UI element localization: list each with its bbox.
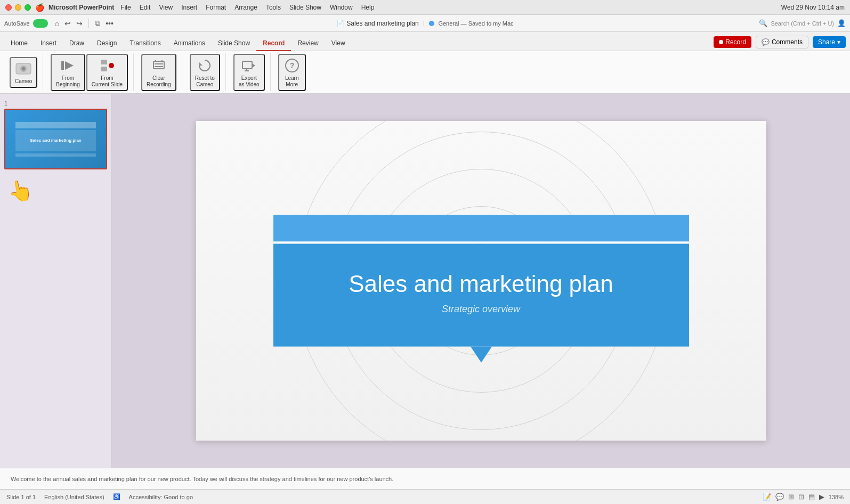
tab-insert[interactable]: Insert [34, 36, 63, 51]
traffic-lights [5, 4, 31, 11]
slide-pointer-shape [471, 347, 492, 363]
slide-panel: 1 Sales and marketing plan 👆 [0, 94, 112, 468]
status-bar: Slide 1 of 1 English (United States) ♿ A… [0, 489, 850, 504]
home-icon[interactable]: ⌂ [53, 18, 61, 29]
ribbon-group-learn: ? Learn More [273, 53, 311, 91]
menu-view[interactable]: View [159, 4, 173, 11]
comments-button[interactable]: 💬 Comments [756, 36, 808, 48]
slide-info: Slide 1 of 1 [6, 494, 36, 500]
slideshow-icon[interactable]: ▶ [819, 493, 824, 501]
cameo-icon [15, 60, 32, 77]
autosave-label: AutoSave [4, 20, 30, 27]
save-status: General — Saved to my Mac [438, 20, 513, 27]
learn-more-label: Learn More [285, 75, 299, 88]
notes-toggle-icon[interactable]: 📝 [763, 493, 771, 501]
slide-sorter-icon[interactable]: ⊡ [798, 493, 804, 501]
file-name: Sales and marketing plan [346, 20, 418, 27]
search-shortcut[interactable]: Search (Cmd + Ctrl + U) [771, 20, 834, 27]
svg-marker-15 [252, 63, 255, 68]
tab-view[interactable]: View [325, 36, 352, 51]
tab-animations[interactable]: Animations [167, 36, 212, 51]
normal-view-icon[interactable]: ⊞ [788, 493, 794, 501]
close-button[interactable] [5, 4, 12, 11]
notes-text: Welcome to the annual sales and marketin… [11, 476, 393, 482]
menu-arrange[interactable]: Arrange [234, 4, 257, 11]
from-current-button[interactable]: From Current Slide [86, 54, 128, 91]
record-button[interactable]: Record [714, 36, 751, 48]
slide-thumbnail[interactable]: Sales and marketing plan [4, 109, 107, 169]
tab-record[interactable]: Record [256, 36, 291, 51]
redo-icon[interactable]: ↪ [75, 18, 84, 29]
slide-top-bar [273, 215, 689, 242]
autosave-toggle[interactable] [33, 19, 48, 28]
menu-tools[interactable]: Tools [266, 4, 281, 11]
profile-icon[interactable]: 👤 [837, 19, 846, 27]
menu-help[interactable]: Help [361, 4, 375, 11]
svg-rect-8 [153, 61, 164, 69]
ribbon-tabs: Home Insert Draw Design Transitions Anim… [0, 32, 850, 51]
menu-slideshow[interactable]: Slide Show [289, 4, 321, 11]
notes-bar[interactable]: Welcome to the annual sales and marketin… [0, 468, 850, 489]
ribbon-group-reset: Reset to Cameo [184, 53, 226, 91]
thumb-title: Sales and marketing plan [30, 138, 81, 143]
comments-toggle-icon[interactable]: 💬 [775, 493, 784, 501]
ribbon-group-cameo: Cameo [4, 53, 43, 91]
reset-cameo-button[interactable]: Reset to Cameo [190, 54, 220, 91]
slide-title: Sales and marketing plan [349, 271, 613, 297]
ribbon-group-export: Export as Video [228, 53, 271, 91]
tab-draw[interactable]: Draw [63, 36, 91, 51]
accessibility-status: Accessibility: Good to go [129, 494, 193, 500]
status-left: Slide 1 of 1 English (United States) ♿ A… [6, 493, 193, 500]
svg-rect-14 [242, 61, 252, 69]
menu-format[interactable]: Format [206, 4, 226, 11]
clear-icon [150, 57, 167, 74]
export-video-button[interactable]: Export as Video [233, 54, 265, 91]
ribbon-right-buttons: Record 💬 Comments Share ▾ [714, 36, 846, 48]
tab-transitions[interactable]: Transitions [123, 36, 167, 51]
copy-icon[interactable]: ⧉ [93, 18, 102, 29]
svg-marker-4 [65, 61, 74, 70]
title-bar-right: Wed 29 Nov 10:14 am [781, 4, 845, 11]
svg-point-2 [22, 67, 25, 70]
cameo-label: Cameo [15, 78, 32, 85]
learn-more-button[interactable]: ? Learn More [278, 54, 306, 91]
language: English (United States) [44, 494, 104, 500]
from-current-label: From Current Slide [92, 75, 123, 88]
reading-view-icon[interactable]: ▤ [808, 493, 815, 501]
share-button[interactable]: Share ▾ [813, 36, 846, 48]
minimize-button[interactable] [15, 4, 21, 11]
menu-bar: File Edit View Insert Format Arrange Too… [120, 4, 374, 11]
ribbon-group-clear: Clear Recording [136, 53, 182, 91]
tab-review[interactable]: Review [291, 36, 325, 51]
more-tools-icon[interactable]: ••• [104, 18, 115, 29]
canvas-area[interactable]: Sales and marketing plan Strategic overv… [112, 94, 850, 468]
reset-cameo-label: Reset to Cameo [195, 75, 215, 88]
from-beginning-button[interactable]: From Beginning [51, 54, 85, 91]
slide-content: Sales and marketing plan Strategic overv… [273, 215, 689, 347]
toolbar-right: 🔍 Search (Cmd + Ctrl + U) 👤 [759, 19, 846, 27]
undo-icon[interactable]: ↩ [63, 18, 72, 29]
menu-file[interactable]: File [120, 4, 131, 11]
menu-window[interactable]: Window [330, 4, 353, 11]
status-right: 📝 💬 ⊞ ⊡ ▤ ▶ 138% [763, 493, 844, 501]
tab-design[interactable]: Design [91, 36, 123, 51]
clear-recording-button[interactable]: Clear Recording [141, 54, 176, 91]
accessibility-icon: ♿ [113, 493, 120, 500]
slide-thumb-content: Sales and marketing plan [5, 110, 106, 168]
menu-insert[interactable]: Insert [181, 4, 197, 11]
cameo-button[interactable]: Cameo [10, 57, 37, 88]
svg-rect-5 [101, 60, 107, 64]
title-bar: 🍎 Microsoft PowerPoint File Edit View In… [0, 0, 850, 15]
toolbar-icons: ⌂ ↩ ↪ ⧉ ••• [53, 18, 115, 29]
main-layout: 1 Sales and marketing plan 👆 [0, 94, 850, 468]
export-icon [240, 57, 257, 74]
tab-home[interactable]: Home [4, 36, 34, 51]
menu-edit[interactable]: Edit [140, 4, 151, 11]
fullscreen-button[interactable] [25, 4, 31, 11]
from-beginning-icon [59, 57, 76, 74]
comment-icon: 💬 [762, 38, 770, 46]
toolbar-divider [88, 19, 89, 28]
share-label: Share [818, 38, 835, 46]
zoom-level: 138% [829, 494, 844, 500]
tab-slideshow[interactable]: Slide Show [212, 36, 256, 51]
